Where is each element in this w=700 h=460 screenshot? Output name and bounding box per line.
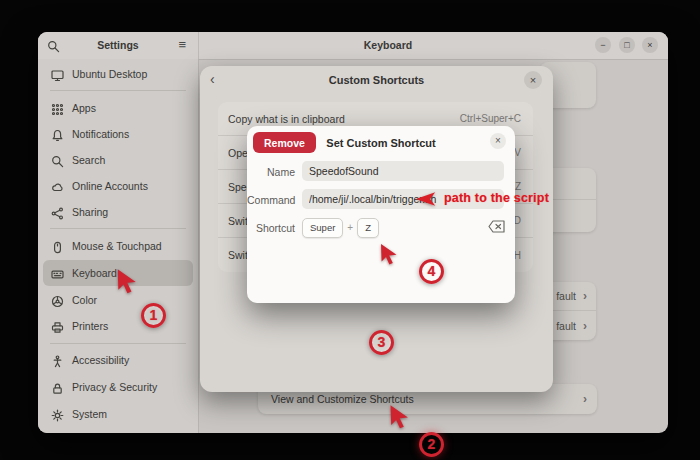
keycap-z: Z: [357, 218, 379, 238]
sidebar-item-label: Ubuntu Desktop: [72, 68, 147, 80]
annotation-step-3: 3: [369, 330, 394, 355]
custom-shortcuts-header: ‹ Custom Shortcuts ×: [200, 66, 553, 96]
chevron-right-icon: ›: [583, 289, 587, 303]
sidebar-item-mouse-touchpad[interactable]: Mouse & Touchpad: [43, 233, 193, 259]
set-shortcut-title: Set Custom Shortcut: [307, 137, 455, 149]
sidebar-item-label: Mouse & Touchpad: [72, 240, 162, 252]
app-title: Settings: [38, 39, 198, 51]
sidebar-item-accessibility[interactable]: Accessibility: [43, 347, 193, 373]
close-dialog-icon[interactable]: ×: [524, 71, 542, 89]
sidebar-item-label: Keyboard: [72, 267, 117, 279]
sidebar: Ubuntu Desktop Apps Notifications Search…: [38, 59, 199, 433]
sidebar-headerbar: Settings ≡: [38, 32, 199, 59]
sidebar-item-notifications[interactable]: Notifications: [43, 121, 193, 147]
sidebar-item-label: Printers: [72, 320, 108, 332]
annotation-step-1: 1: [141, 303, 166, 328]
sidebar-item-label: Privacy & Security: [72, 381, 157, 393]
close-window-button[interactable]: ×: [642, 37, 658, 53]
name-input[interactable]: [302, 161, 504, 181]
annotation-step-4: 4: [419, 259, 444, 284]
sidebar-item-ubuntu-desktop[interactable]: Ubuntu Desktop: [43, 61, 193, 87]
shortcut-name: Copy what is in clipboard: [228, 113, 460, 125]
sidebar-item-label: Apps: [72, 102, 96, 114]
plus-sign: +: [347, 222, 353, 233]
annotation-cursor-arrow-keyboard: [113, 267, 141, 295]
sidebar-item-sharing[interactable]: Sharing: [43, 199, 193, 225]
titlebar: Settings ≡ Keyboard − □ ×: [38, 32, 668, 60]
command-label: Command: [247, 194, 295, 206]
sidebar-item-privacy-security[interactable]: Privacy & Security: [43, 374, 193, 400]
sidebar-item-label: System: [72, 408, 107, 420]
lock-icon: [51, 381, 64, 394]
sidebar-separator: [50, 228, 186, 229]
share-icon: [51, 206, 64, 219]
backspace-clear-icon[interactable]: [488, 219, 505, 232]
set-custom-shortcut-dialog: Remove Set Custom Shortcut × Name Comman…: [247, 126, 515, 303]
gear-icon: [51, 408, 64, 421]
custom-shortcuts-title: Custom Shortcuts: [200, 74, 553, 86]
sidebar-item-online-accounts[interactable]: Online Accounts: [43, 173, 193, 199]
sidebar-item-label: Notifications: [72, 128, 129, 140]
mouse-icon: [51, 240, 64, 253]
keycap-super: Super: [302, 218, 343, 238]
minimize-button[interactable]: −: [595, 37, 611, 53]
shortcut-label: Shortcut: [247, 222, 295, 234]
printer-icon: [51, 320, 64, 333]
color-wheel-icon: [51, 294, 64, 307]
close-dialog-icon[interactable]: ×: [490, 133, 506, 149]
annotation-path-note: path to the script: [444, 191, 549, 205]
sidebar-item-search[interactable]: Search: [43, 147, 193, 173]
ubuntu-desktop-icon: [51, 68, 64, 81]
desktop-background: { "titlebar": { "app_title": "Settings",…: [0, 0, 700, 460]
view-customize-shortcuts-label: View and Customize Shortcuts: [271, 393, 583, 405]
sidebar-item-label: Accessibility: [72, 354, 129, 366]
keyboard-icon: [51, 267, 64, 280]
sidebar-item-printers[interactable]: Printers: [43, 313, 193, 339]
bell-icon: [51, 128, 64, 141]
row-value-fragment: fault: [556, 290, 576, 302]
window-content: Settings ≡ Keyboard − □ × Ubuntu Desktop…: [38, 32, 668, 433]
sidebar-item-label: Online Accounts: [72, 180, 148, 192]
chevron-right-icon: ›: [583, 392, 587, 406]
maximize-button[interactable]: □: [619, 37, 635, 53]
shortcut-accel: V: [514, 147, 521, 158]
annotation-cursor-arrow-view-row: [386, 403, 413, 430]
apps-grid-icon: [51, 102, 64, 115]
annotation-arrow-command: [416, 192, 441, 206]
row-value-fragment: fault: [556, 320, 576, 332]
sidebar-item-apps[interactable]: Apps: [43, 95, 193, 121]
accessibility-person-icon: [51, 354, 64, 367]
sidebar-item-label: Color: [72, 294, 97, 306]
sidebar-item-label: Search: [72, 154, 105, 166]
name-label: Name: [247, 166, 295, 178]
chevron-right-icon: ›: [583, 319, 587, 333]
annotation-cursor-arrow-shortcut: [377, 242, 401, 266]
page-title: Keyboard: [198, 39, 578, 51]
sidebar-separator: [50, 90, 186, 91]
settings-window: Settings ≡ Keyboard − □ × Ubuntu Desktop…: [38, 32, 668, 433]
sidebar-item-label: Sharing: [72, 206, 108, 218]
magnifier-icon: [51, 154, 64, 167]
shortcut-accel: Ctrl+Super+C: [460, 113, 521, 124]
hamburger-menu-icon[interactable]: ≡: [178, 37, 186, 52]
annotation-step-2: 2: [419, 432, 444, 457]
shortcut-keys[interactable]: Super+Z: [302, 217, 379, 238]
cloud-icon: [51, 180, 64, 193]
sidebar-item-system[interactable]: System: [43, 401, 193, 427]
sidebar-separator: [50, 343, 186, 344]
